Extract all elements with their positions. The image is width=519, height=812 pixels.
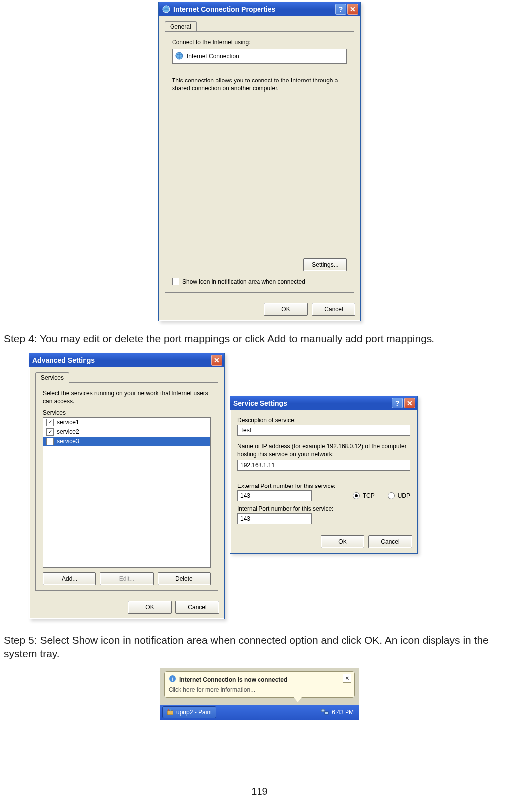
paint-icon [167,708,173,717]
balloon-body-text: Click here for more information... [169,686,350,693]
titlebar: Internet Connection Properties ? ✕ [159,2,360,16]
titlebar: Advanced Settings ✕ [29,353,224,367]
show-icon-checkbox[interactable] [172,278,179,285]
close-button[interactable]: ✕ [211,355,222,366]
cancel-button[interactable]: Cancel [175,601,219,614]
service-checkbox[interactable]: ✓ [46,428,54,436]
settings-button[interactable]: Settings... [303,258,347,271]
window-title: Advanced Settings [32,356,210,364]
host-label: Name or IP address (for example 192.168.… [237,443,410,458]
ok-button[interactable]: OK [128,601,172,614]
description-input[interactable] [237,425,410,436]
service-list-item[interactable]: ✓service1 [43,418,210,427]
ok-button[interactable]: OK [264,303,308,316]
internal-port-input[interactable] [237,513,312,524]
help-button[interactable]: ? [392,398,403,408]
service-checkbox[interactable]: ✓ [46,438,54,445]
services-label: Services [43,409,211,416]
show-icon-label: Show icon in notification area when conn… [182,278,305,285]
udp-radio[interactable] [388,492,395,499]
advanced-settings-dialog: Advanced Settings ✕ Services Select the … [29,353,225,619]
tcp-label: TCP [363,492,375,499]
service-label: service1 [57,419,79,426]
service-settings-dialog: Service Settings ? ✕ Description of serv… [230,396,418,553]
connect-label: Connect to the Internet using: [172,39,347,46]
connection-description: This connection allows you to connect to… [172,77,347,92]
services-instruction: Select the services running on your netw… [43,390,211,405]
window-title: Internet Connection Properties [173,5,334,13]
service-label: service2 [57,428,79,435]
taskbar-button-label: upnp2 - Paint [176,709,212,716]
cancel-button[interactable]: Cancel [368,535,412,548]
external-port-label: External Port number for this service: [237,483,410,489]
svg-rect-7 [170,709,171,711]
tab-services[interactable]: Services [35,372,69,383]
svg-rect-5 [167,711,173,715]
svg-rect-9 [325,712,328,714]
help-button[interactable]: ? [335,4,346,15]
external-port-input[interactable] [237,490,312,501]
host-input[interactable] [237,460,410,471]
connection-field: Internet Connection [172,49,347,64]
close-button[interactable]: ✕ [404,398,415,408]
internet-connection-properties-dialog: Internet Connection Properties ? ✕ Gener… [158,2,361,321]
tray-network-icon[interactable] [321,708,329,717]
service-list-item[interactable]: ✓service2 [43,427,210,437]
cancel-button[interactable]: Cancel [312,303,355,316]
globe-icon [162,5,171,14]
tcp-radio[interactable] [353,492,360,499]
description-label: Description of service: [237,417,410,424]
svg-text:i: i [172,676,173,682]
services-listbox[interactable]: ✓service1✓service2✓service3 [43,417,211,568]
tab-general[interactable]: General [165,21,197,32]
step5-text: Step 5: Select Show icon in notification… [4,633,515,661]
balloon-title-text: Internet Connection is now connected [179,676,287,683]
clock: 6:43 PM [329,709,357,716]
taskbar-button[interactable]: upnp2 - Paint [162,706,216,718]
globe-icon [175,51,184,62]
udp-label: UDP [398,492,410,499]
delete-button[interactable]: Delete [158,572,211,585]
balloon-close-button[interactable]: ✕ [343,674,351,683]
service-label: service3 [57,438,79,445]
connection-name: Internet Connection [187,53,239,60]
notification-balloon[interactable]: ✕ i Internet Connection is now connected… [164,671,355,698]
taskbar: upnp2 - Paint 6:43 PM [160,705,359,720]
svg-rect-8 [321,709,325,712]
page-number: 119 [0,786,519,797]
add-button[interactable]: Add... [43,572,96,585]
service-list-item[interactable]: ✓service3 [43,437,210,446]
service-checkbox[interactable]: ✓ [46,419,54,426]
ok-button[interactable]: OK [321,535,364,548]
internal-port-label: Internal Port number for this service: [237,505,410,512]
window-title: Service Settings [233,399,390,407]
tray-screenshot: ✕ i Internet Connection is now connected… [160,668,359,720]
svg-rect-6 [168,709,169,711]
step4-text: Step 4: You may edit or delete the port … [4,332,515,346]
titlebar: Service Settings ? ✕ [230,396,417,410]
close-button[interactable]: ✕ [347,4,358,15]
edit-button[interactable]: Edit... [100,572,153,585]
info-icon: i [169,675,176,684]
